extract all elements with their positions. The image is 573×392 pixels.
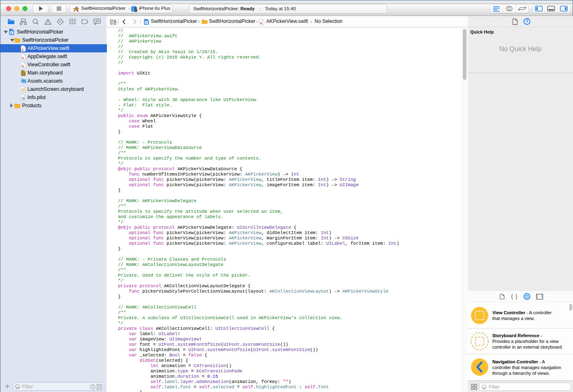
- svg-text:?: ?: [525, 19, 528, 24]
